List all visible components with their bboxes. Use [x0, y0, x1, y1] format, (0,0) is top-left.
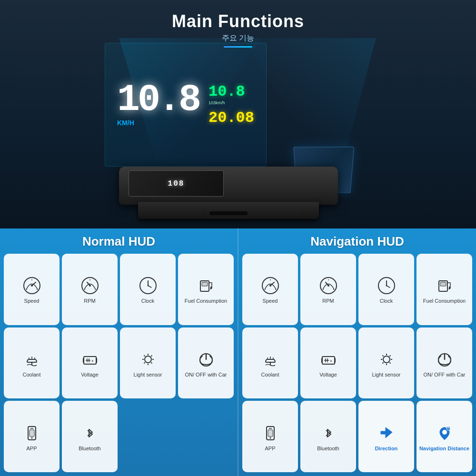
speed-large-digit: 10.8 [117, 83, 199, 117]
device-main: 108 [119, 167, 338, 205]
normal-onoff-label: ON/ OFF with Car [185, 372, 227, 378]
normal-rpm-label: RPM [84, 298, 95, 304]
main-title: Main Functions [172, 11, 304, 31]
nav-onoff-label: ON/ OFF with Car [423, 372, 465, 378]
normal-onoff-item: ON/ OFF with Car [178, 327, 234, 399]
subtitle: 주요 기능 [172, 33, 304, 43]
svg-rect-23 [96, 358, 97, 363]
normal-rpm-item: RPM [62, 254, 118, 325]
nav-direction-icon [376, 423, 397, 444]
nav-bluetooth-item: Bluetooth [300, 401, 356, 472]
normal-speed-icon [21, 275, 42, 296]
svg-rect-60 [440, 282, 446, 286]
normal-hud-title: Normal HUD [4, 234, 234, 249]
nav-distance-icon [434, 423, 455, 444]
nav-rpm-label: RPM [322, 298, 334, 304]
svg-rect-42 [30, 430, 34, 436]
normal-fuel-icon [196, 275, 217, 296]
svg-point-58 [386, 285, 387, 287]
nav-speed-label: Speed [263, 298, 278, 304]
normal-hud-grid: Speed RPM [4, 254, 234, 472]
normal-bluetooth-item: Bluetooth [62, 401, 118, 472]
normal-rpm-icon [79, 275, 100, 296]
device-slot [209, 211, 248, 215]
speed-digits: 10.8 KM/H [117, 83, 199, 127]
normal-clock-label: Clock [141, 298, 155, 304]
normal-voltage-item: + Voltage [62, 327, 118, 399]
svg-line-77 [389, 362, 390, 363]
nav-voltage-icon: + [318, 349, 339, 370]
nav-hud-panel: Navigation HUD Speed [238, 228, 476, 476]
normal-app-item: APP [4, 401, 60, 472]
nav-direction-item: Direction [358, 401, 414, 472]
normal-light-icon [138, 349, 159, 370]
svg-text:+: + [91, 359, 94, 363]
nav-speed-item: Speed [242, 254, 298, 325]
svg-line-33 [144, 355, 145, 356]
nav-fuel-label: Fuel Consumption [423, 298, 466, 304]
nav-clock-label: Clock [380, 298, 393, 304]
nav-voltage-label: Voltage [319, 372, 337, 378]
nav-hud-grid: Speed RPM [242, 254, 472, 472]
top-section: Main Functions 주요 기능 10.8 KM/H 10.8 103k… [0, 0, 476, 228]
nav-fuel-item: Fuel Consumption [416, 254, 472, 325]
svg-point-45 [269, 285, 271, 287]
normal-voltage-icon: + [79, 349, 100, 370]
nav-bluetooth-label: Bluetooth [317, 446, 339, 452]
normal-bluetooth-icon [79, 423, 100, 444]
normal-clock-icon [138, 275, 159, 296]
svg-rect-17 [202, 282, 208, 286]
svg-line-36 [144, 362, 145, 363]
normal-speed-item: Speed [4, 254, 60, 325]
nav-coolant-item: Coolant [242, 327, 298, 399]
nav-voltage-item: + Voltage [300, 327, 356, 399]
nav-rpm-icon [318, 275, 339, 296]
nav-coolant-icon [260, 349, 281, 370]
hud-device-area: 10.8 KM/H 10.8 103km/h 20.08 108 [90, 38, 386, 228]
green-digit-top: 10.8 [208, 83, 254, 100]
svg-rect-65 [321, 358, 323, 363]
nav-light-label: Light sensor [372, 372, 401, 378]
device-screen-text: 108 [168, 179, 185, 188]
svg-point-86 [442, 430, 447, 435]
nav-app-item: APP [242, 401, 298, 472]
svg-point-41 [31, 437, 32, 438]
nav-clock-icon [376, 275, 397, 296]
device-screen: 108 [129, 170, 224, 197]
svg-point-84 [269, 437, 271, 438]
nav-direction-label: Direction [375, 446, 398, 452]
svg-rect-61 [449, 287, 450, 289]
normal-onoff-icon [196, 349, 217, 370]
nav-distance-label: Navigation Distance [419, 446, 469, 452]
small-label-kmh: 103km/h [208, 100, 254, 105]
yellow-digit: 20.08 [208, 109, 254, 127]
bottom-section: Normal HUD Speed [0, 228, 476, 476]
normal-speed-label: Speed [24, 298, 40, 304]
normal-fuel-label: Fuel Consumption [185, 298, 227, 304]
title-underline [224, 46, 252, 48]
right-digits: 10.8 103km/h 20.08 [208, 83, 254, 127]
normal-light-item: Light sensor [120, 327, 176, 399]
nav-light-icon [376, 349, 397, 370]
nav-bluetooth-icon [318, 423, 339, 444]
nav-clock-item: Clock [358, 254, 414, 325]
normal-clock-item: Clock [120, 254, 176, 325]
normal-coolant-item: Coolant [4, 327, 60, 399]
svg-rect-66 [334, 358, 336, 363]
nav-speed-icon [260, 275, 281, 296]
svg-rect-85 [268, 430, 273, 436]
normal-coolant-label: Coolant [23, 372, 41, 378]
title-area: Main Functions 주요 기능 [172, 0, 304, 48]
hud-projection: 10.8 KM/H 10.8 103km/h 20.08 [105, 43, 267, 167]
svg-rect-22 [83, 358, 84, 363]
normal-light-label: Light sensor [134, 372, 162, 378]
nav-coolant-label: Coolant [261, 372, 279, 378]
speed-unit: KM/H [117, 119, 199, 127]
nav-app-label: APP [265, 446, 275, 452]
normal-voltage-label: Voltage [81, 372, 99, 378]
normal-coolant-icon [21, 349, 42, 370]
svg-line-35 [151, 355, 152, 356]
svg-line-34 [151, 362, 152, 363]
svg-point-8 [89, 285, 91, 287]
normal-fuel-item: Fuel Consumption [178, 254, 234, 325]
